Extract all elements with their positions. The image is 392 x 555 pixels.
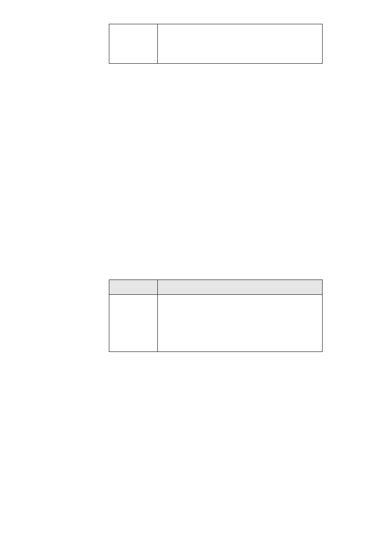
bottom-table-body: [109, 295, 322, 352]
bottom-table-header: [109, 280, 322, 295]
top-table: [109, 24, 323, 64]
top-table-col2: [158, 24, 322, 63]
bottom-table-body-col2: [158, 295, 322, 352]
bottom-table-header-col1: [109, 280, 158, 294]
top-table-col1: [109, 24, 158, 63]
bottom-table-header-col2: [158, 280, 322, 294]
bottom-table: [109, 280, 323, 352]
bottom-table-body-col1: [109, 295, 158, 352]
